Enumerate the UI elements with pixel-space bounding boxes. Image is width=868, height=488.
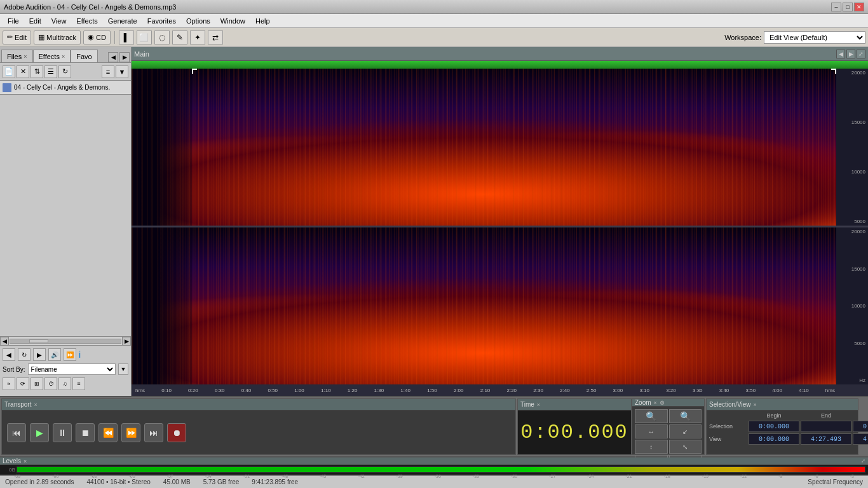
sel-selection-end[interactable] [801,421,851,432]
tab-effects[interactable]: Effects × [33,50,71,62]
panel-tabs: Files × Effects × Favo ◀ ▶ [0,47,131,63]
zoom-fit-btn[interactable]: ↔ [635,424,668,438]
db-neg57: -57 [167,474,173,478]
auto-play-button[interactable]: ⏩ [64,348,76,361]
menu-options[interactable]: Options [181,16,215,26]
transport-record-btn[interactable]: ⏺ [167,423,186,442]
selection-panel-title: Selection/View [709,401,750,408]
grid-btn[interactable]: ⊞ [31,377,43,390]
zoom-close-btn[interactable]: × [654,400,657,406]
spectrogram-silence-left-bottom [132,227,192,384]
transport-pause-btn[interactable]: ⏸ [53,423,72,442]
timeline-bar[interactable] [132,61,868,69]
selection-header: Selection/View × [707,399,858,410]
spectrogram-top-channel: 20000 15000 10000 5000 [132,69,868,226]
loop-button[interactable]: ↻ [18,348,31,361]
status-file-size: 45.00 MB [163,478,191,485]
view-toggle-button[interactable]: ≡ [102,65,114,78]
levels-close-btn[interactable]: × [24,458,27,464]
time-close-btn[interactable]: × [537,402,540,408]
waveform-float-btn[interactable]: ⤢ [857,50,865,58]
waveform-view-btn[interactable]: ≈ [3,377,15,390]
select-tool[interactable]: ▌ [119,30,134,44]
workspace-dropdown[interactable]: Edit View (Default) [764,31,865,44]
tab-effects-label: Effects [39,53,60,60]
zoom-options-btn[interactable]: ⚙ [660,400,665,406]
new-file-button[interactable]: 📄 [3,65,15,78]
tab-files[interactable]: Files × [1,50,33,62]
zoom-vert-out-btn[interactable]: ⤡ [669,440,702,454]
scroll-right-button[interactable]: ▶ [122,337,131,346]
transport-prev-btn[interactable]: ⏪ [98,423,118,442]
panel-nav-left[interactable]: ◀ [108,52,118,62]
ruler-400: 4:00 [772,388,782,393]
transport-stop-btn[interactable]: ⏹ [76,423,95,442]
properties-button[interactable]: ☰ [44,65,57,78]
transport-play-btn[interactable]: ▶ [30,423,49,442]
lasso-tool[interactable]: ◌ [154,30,170,44]
scroll-track[interactable] [10,339,121,344]
cd-button[interactable]: ◉ CD [83,30,111,44]
open-file-button[interactable]: ▶ [33,348,46,361]
zoom-vert-in-btn[interactable]: ↕ [635,440,668,454]
waveform-expand-btn[interactable]: ▶ [846,50,855,58]
scroll-thumb[interactable] [29,339,48,343]
panel-nav-right[interactable]: ▶ [119,52,130,62]
hz-label-20000-bottom: 20000 [839,229,865,234]
waveform-collapse-btn[interactable]: ◀ [836,50,845,58]
effects-btn[interactable]: ♫ [58,377,71,390]
tab-effects-close[interactable]: × [62,53,65,60]
sel-view-end[interactable] [801,433,851,445]
menu-window[interactable]: Window [215,16,250,26]
transport-close-btn[interactable]: × [34,402,37,408]
heal-tool[interactable]: ✦ [190,30,205,44]
sel-selection-begin[interactable] [749,421,799,432]
sort-dropdown[interactable]: Filename [28,363,116,375]
spectrogram-container[interactable]: 20000 15000 10000 5000 20000 15000 1 [132,69,868,396]
close-button[interactable]: ✕ [854,3,864,11]
waveform-header-controls: ◀ ▶ ⤢ [836,50,865,58]
menu-favorites[interactable]: Favorites [142,16,181,26]
title-bar: Adobe Audition - 04 - Celly Cel - Angels… [0,0,868,14]
sel-view-length[interactable] [853,433,868,445]
info-link[interactable]: i [79,349,81,360]
menu-view[interactable]: View [46,16,72,26]
menu-edit[interactable]: Edit [24,16,46,26]
tab-files-close[interactable]: × [24,53,27,60]
sort-az-button[interactable]: ⇅ [31,65,43,78]
sel-col-end: End [801,412,851,419]
levels-float-btn[interactable]: ⤢ [861,458,865,464]
zoom-in-horiz-btn[interactable]: 🔍 [635,409,668,423]
extra-btn[interactable]: ≡ [72,377,85,390]
scroll-left-button[interactable]: ◀ [0,337,9,346]
sel-view-begin[interactable] [749,433,799,445]
transport-next-btn[interactable]: ⏩ [121,423,140,442]
menu-help[interactable]: Help [250,16,275,26]
time-select-tool[interactable]: ⬜ [137,30,152,44]
menu-file[interactable]: File [3,16,24,26]
time-btn[interactable]: ⏱ [44,377,57,390]
loop-region-btn[interactable]: ⟳ [17,377,29,390]
move-tool[interactable]: ⇄ [208,30,223,44]
panel-file-item[interactable]: 04 - Celly Cel - Angels & Demons. [0,81,131,95]
panel-options-button[interactable]: ▼ [116,65,128,78]
refresh-button[interactable]: ↻ [58,65,71,78]
edit-view-button[interactable]: ✏ Edit [3,30,31,44]
transport-end-btn[interactable]: ⏭ [144,423,163,442]
minimize-button[interactable]: – [831,3,841,11]
zoom-in-out-btn[interactable]: 🔍 [669,409,702,423]
menu-effects[interactable]: Effects [71,16,102,26]
maximize-button[interactable]: □ [843,3,853,11]
play-file-button[interactable]: ◀ [3,348,15,361]
delete-file-button[interactable]: ✕ [17,65,29,78]
menu-generate[interactable]: Generate [103,16,142,26]
multitrack-button[interactable]: ▦ Multitrack [34,30,81,44]
draw-tool[interactable]: ✎ [172,30,187,44]
selection-close-btn[interactable]: × [753,402,756,408]
sort-arrow-button[interactable]: ▼ [118,363,128,375]
zoom-zoom-out-btn[interactable]: ↙ [669,424,702,438]
transport-stop-begin-btn[interactable]: ⏮ [7,423,26,442]
volume-button[interactable]: 🔊 [48,348,61,361]
tab-favorites[interactable]: Favo [71,50,97,62]
sel-selection-length[interactable] [853,421,868,432]
